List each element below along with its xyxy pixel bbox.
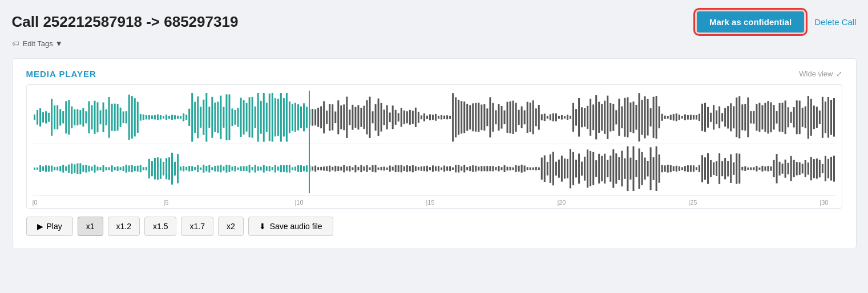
play-button[interactable]: ▶ Play (26, 217, 73, 236)
timeline-labels: |0|5|10|15|20|25|30 (33, 193, 836, 206)
mark-confidential-button[interactable]: Mark as confidential (697, 11, 804, 32)
save-audio-button[interactable]: ⬇ Save audio file (248, 217, 333, 236)
playback-controls: ▶ Play x1 x1.2 x1.5 x1.7 x2 ⬇ Save audio… (26, 217, 842, 236)
media-player-card: MEDIA PLAYER Wide view ⤢ |0|5|10|15|20|2… (12, 58, 857, 249)
play-label: Play (47, 222, 62, 231)
speed-x1-5-button[interactable]: x1.5 (144, 217, 176, 236)
delete-call-link[interactable]: Delete Call (814, 17, 856, 27)
timeline-marker-20: |20 (557, 199, 566, 206)
timeline-row: |0|5|10|15|20|25|30 (33, 196, 836, 208)
edit-tags-button[interactable]: Edit Tags ▼ (23, 39, 63, 48)
tag-icon: 🏷 (12, 39, 19, 48)
chevron-down-icon: ▼ (55, 39, 63, 48)
page-container: Call 252212587918 -> 685297319 Mark as c… (12, 11, 857, 249)
header-actions: Mark as confidential Delete Call (697, 11, 857, 32)
timeline-marker-10: |10 (294, 199, 303, 206)
play-icon: ▶ (37, 222, 43, 231)
expand-icon: ⤢ (836, 70, 842, 78)
edit-tags-row: 🏷 Edit Tags ▼ (12, 39, 857, 48)
speed-x1-7-button[interactable]: x1.7 (181, 217, 213, 236)
media-player-title: MEDIA PLAYER (26, 69, 96, 79)
wide-view-label: Wide view (799, 70, 833, 78)
timeline-marker-25: |25 (688, 199, 697, 206)
waveform-area[interactable] (33, 91, 836, 193)
wide-view-button[interactable]: Wide view ⤢ (799, 70, 842, 78)
header-row: Call 252212587918 -> 685297319 Mark as c… (12, 11, 857, 32)
timeline-marker-15: |15 (426, 199, 434, 206)
save-audio-label: Save audio file (270, 222, 322, 231)
speed-x1-button[interactable]: x1 (78, 217, 103, 236)
download-icon: ⬇ (259, 222, 266, 231)
page-title: Call 252212587918 -> 685297319 (12, 13, 239, 31)
timeline-marker-0: |0 (33, 199, 38, 206)
waveform-canvas[interactable] (33, 91, 836, 193)
timeline-marker-5: |5 (163, 199, 168, 206)
media-player-header: MEDIA PLAYER Wide view ⤢ (26, 69, 842, 79)
edit-tags-label: Edit Tags (23, 39, 53, 48)
timeline-marker-30: |30 (819, 199, 828, 206)
waveform-container[interactable]: |0|5|10|15|20|25|30 (26, 84, 842, 209)
speed-x2-button[interactable]: x2 (218, 217, 244, 236)
speed-x1-2-button[interactable]: x1.2 (108, 217, 140, 236)
